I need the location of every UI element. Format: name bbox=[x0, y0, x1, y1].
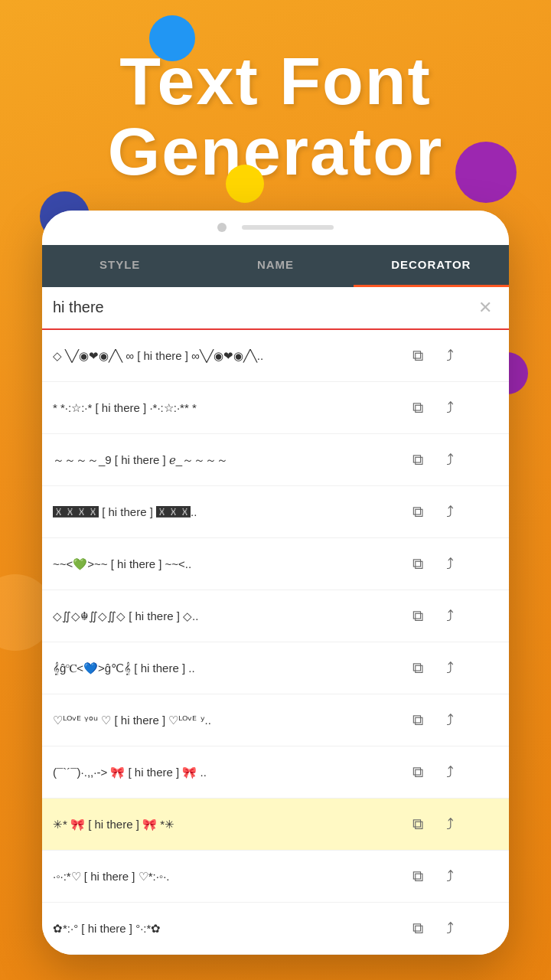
font-item: * *·:☆:·* [ hi there ] ·*·:☆:·** * ⧉ ⤴ bbox=[42, 382, 509, 434]
share-icon: ⤴ bbox=[446, 399, 454, 416]
font-preview-text: ✿*:·° [ hi there ] °·:*✿ bbox=[53, 921, 405, 936]
font-actions: ⧉ ⤴ bbox=[405, 550, 463, 577]
font-preview-text: (¯`´¯)·.,,·-> 🎀 [ hi there ] 🎀 .. bbox=[53, 765, 405, 780]
copy-icon: ⧉ bbox=[412, 503, 423, 521]
copy-button[interactable]: ⧉ bbox=[405, 707, 431, 733]
copy-button[interactable]: ⧉ bbox=[405, 915, 431, 941]
font-preview-text: ◇∬◇☬∬◇∬◇ [ hi there ] ◇.. bbox=[53, 609, 405, 624]
font-actions: ⧉ ⤴ bbox=[405, 498, 463, 524]
phone-speaker bbox=[242, 225, 334, 230]
share-button[interactable]: ⤴ bbox=[437, 498, 463, 524]
decoration-circle-yellow bbox=[226, 165, 264, 203]
share-icon: ⤴ bbox=[446, 763, 454, 781]
share-button[interactable]: ⤴ bbox=[437, 550, 463, 577]
share-button[interactable]: ⤴ bbox=[437, 811, 463, 837]
copy-button[interactable]: ⧉ bbox=[405, 811, 431, 837]
font-preview-text: * *·:☆:·* [ hi there ] ·*·:☆:·** * bbox=[53, 400, 405, 416]
font-item: ✳* 🎀 [ hi there ] 🎀 *✳ ⧉ ⤴ bbox=[42, 799, 509, 851]
phone-mockup: STYLE NAME DECORATOR ✕ ◇ ╲╱◉❤◉╱╲ ∞ [ hi … bbox=[42, 211, 509, 955]
decoration-circle-blue-top bbox=[149, 15, 195, 61]
font-item: ～～～～_9 [ hi there ] ℯ_～～～～ ⧉ ⤴ bbox=[42, 434, 509, 486]
search-bar: ✕ bbox=[42, 287, 509, 330]
copy-icon: ⧉ bbox=[412, 867, 423, 885]
font-item: ✿*:·° [ hi there ] °·:*✿ ⧉ ⤴ bbox=[42, 903, 509, 955]
share-button[interactable]: ⤴ bbox=[437, 446, 463, 472]
copy-icon: ⧉ bbox=[412, 451, 423, 469]
search-clear-button[interactable]: ✕ bbox=[472, 295, 498, 321]
copy-icon: ⧉ bbox=[412, 607, 423, 625]
font-actions: ⧉ ⤴ bbox=[405, 342, 463, 368]
copy-icon: ⧉ bbox=[412, 920, 423, 937]
font-preview-text: ◇ ╲╱◉❤◉╱╲ ∞ [ hi there ] ∞╲╱◉❤◉╱╲.. bbox=[53, 348, 405, 364]
copy-button[interactable]: ⧉ bbox=[405, 655, 431, 681]
share-button[interactable]: ⤴ bbox=[437, 915, 463, 941]
font-item: 🆇🆇🆇🆇 [ hi there ] 🆇🆇🆇.. ⧉ ⤴ bbox=[42, 486, 509, 538]
font-item: ◇∬◇☬∬◇∬◇ [ hi there ] ◇.. ⧉ ⤴ bbox=[42, 590, 509, 642]
font-actions: ⧉ ⤴ bbox=[405, 446, 463, 472]
font-item: 𝄞ĝ℃<💙>ĝ℃𝄞 [ hi there ] .. ⧉ ⤴ bbox=[42, 642, 509, 694]
tab-bar: STYLE NAME DECORATOR bbox=[42, 245, 509, 287]
font-list: ◇ ╲╱◉❤◉╱╲ ∞ [ hi there ] ∞╲╱◉❤◉╱╲.. ⧉ ⤴ … bbox=[42, 330, 509, 955]
font-preview-text: ·◦·:*♡ [ hi there ] ♡*:·◦·. bbox=[53, 869, 405, 884]
font-actions: ⧉ ⤴ bbox=[405, 655, 463, 681]
share-icon: ⤴ bbox=[446, 867, 454, 885]
share-icon: ⤴ bbox=[446, 451, 454, 469]
share-icon: ⤴ bbox=[446, 711, 454, 729]
font-item: ♡ᴸᴼᵛᴱ ᵞᵒᵘ ♡ [ hi there ] ♡ᴸᴼᵛᴱ ʸ.. ⧉ ⤴ bbox=[42, 694, 509, 746]
share-icon: ⤴ bbox=[446, 607, 454, 625]
share-button[interactable]: ⤴ bbox=[437, 707, 463, 733]
font-actions: ⧉ ⤴ bbox=[405, 394, 463, 420]
copy-button[interactable]: ⧉ bbox=[405, 863, 431, 889]
copy-button[interactable]: ⧉ bbox=[405, 759, 431, 785]
font-preview-text: ~~<💚>~~ [ hi there ] ~~<.. bbox=[53, 557, 405, 572]
share-icon: ⤴ bbox=[446, 815, 454, 833]
font-preview-text: ✳* 🎀 [ hi there ] 🎀 *✳ bbox=[53, 817, 405, 832]
font-actions: ⧉ ⤴ bbox=[405, 603, 463, 629]
font-item: ◇ ╲╱◉❤◉╱╲ ∞ [ hi there ] ∞╲╱◉❤◉╱╲.. ⧉ ⤴ bbox=[42, 330, 509, 382]
font-preview-text: 🆇🆇🆇🆇 [ hi there ] 🆇🆇🆇.. bbox=[53, 505, 405, 520]
font-actions: ⧉ ⤴ bbox=[405, 759, 463, 785]
search-input[interactable] bbox=[53, 299, 472, 316]
copy-button[interactable]: ⧉ bbox=[405, 394, 431, 420]
share-icon: ⤴ bbox=[446, 347, 454, 364]
copy-icon: ⧉ bbox=[412, 555, 423, 573]
share-button[interactable]: ⤴ bbox=[437, 863, 463, 889]
font-item: ~~<💚>~~ [ hi there ] ~~<.. ⧉ ⤴ bbox=[42, 538, 509, 590]
copy-button[interactable]: ⧉ bbox=[405, 550, 431, 577]
share-icon: ⤴ bbox=[446, 555, 454, 573]
copy-icon: ⧉ bbox=[412, 763, 423, 781]
font-item: ·◦·:*♡ [ hi there ] ♡*:·◦·. ⧉ ⤴ bbox=[42, 851, 509, 903]
phone-top-bar bbox=[42, 211, 509, 245]
font-actions: ⧉ ⤴ bbox=[405, 863, 463, 889]
share-button[interactable]: ⤴ bbox=[437, 759, 463, 785]
copy-button[interactable]: ⧉ bbox=[405, 342, 431, 368]
phone-camera bbox=[217, 223, 227, 232]
share-button[interactable]: ⤴ bbox=[437, 655, 463, 681]
share-icon: ⤴ bbox=[446, 503, 454, 521]
copy-icon: ⧉ bbox=[412, 815, 423, 833]
share-icon: ⤴ bbox=[446, 659, 454, 677]
font-item: (¯`´¯)·.,,·-> 🎀 [ hi there ] 🎀 .. ⧉ ⤴ bbox=[42, 746, 509, 799]
tab-decorator[interactable]: DECORATOR bbox=[354, 245, 509, 287]
font-actions: ⧉ ⤴ bbox=[405, 811, 463, 837]
share-button[interactable]: ⤴ bbox=[437, 394, 463, 420]
copy-icon: ⧉ bbox=[412, 659, 423, 677]
copy-button[interactable]: ⧉ bbox=[405, 498, 431, 524]
copy-button[interactable]: ⧉ bbox=[405, 603, 431, 629]
decoration-circle-purple-right bbox=[455, 142, 517, 203]
font-actions: ⧉ ⤴ bbox=[405, 915, 463, 941]
share-button[interactable]: ⤴ bbox=[437, 603, 463, 629]
tab-style[interactable]: STYLE bbox=[42, 245, 197, 287]
tab-name[interactable]: NAME bbox=[197, 245, 353, 287]
share-button[interactable]: ⤴ bbox=[437, 342, 463, 368]
font-preview-text: 𝄞ĝ℃<💙>ĝ℃𝄞 [ hi there ] .. bbox=[53, 661, 405, 676]
copy-icon: ⧉ bbox=[412, 347, 423, 364]
font-preview-text: ～～～～_9 [ hi there ] ℯ_～～～～ bbox=[53, 452, 405, 468]
copy-button[interactable]: ⧉ bbox=[405, 446, 431, 472]
copy-icon: ⧉ bbox=[412, 711, 423, 729]
font-preview-text: ♡ᴸᴼᵛᴱ ᵞᵒᵘ ♡ [ hi there ] ♡ᴸᴼᵛᴱ ʸ.. bbox=[53, 713, 405, 728]
share-icon: ⤴ bbox=[446, 920, 454, 937]
copy-icon: ⧉ bbox=[412, 399, 423, 416]
font-actions: ⧉ ⤴ bbox=[405, 707, 463, 733]
